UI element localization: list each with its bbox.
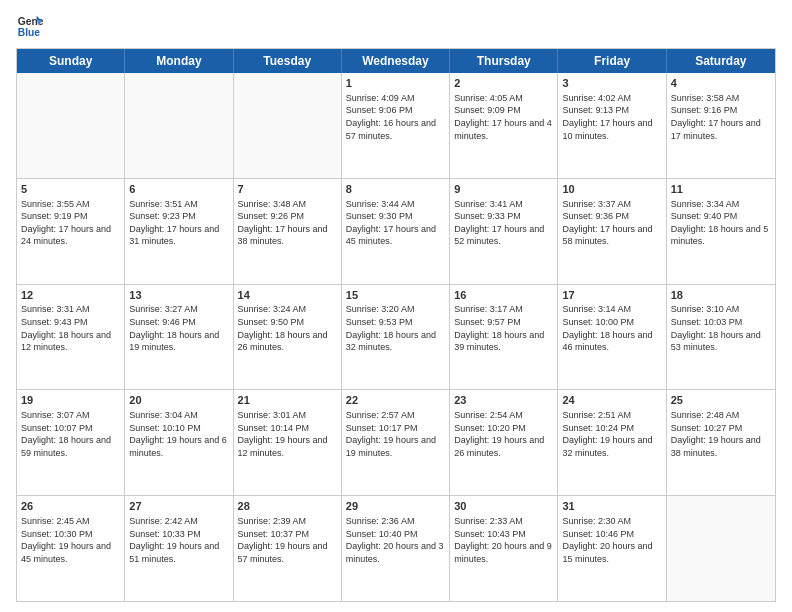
cell-info: Sunrise: 2:57 AMSunset: 10:17 PMDaylight… [346,409,445,459]
calendar-row: 26Sunrise: 2:45 AMSunset: 10:30 PMDaylig… [17,495,775,601]
calendar-cell: 11Sunrise: 3:34 AMSunset: 9:40 PMDayligh… [667,179,775,284]
cell-info: Sunrise: 2:45 AMSunset: 10:30 PMDaylight… [21,515,120,565]
cell-info: Sunrise: 3:48 AMSunset: 9:26 PMDaylight:… [238,198,337,248]
calendar-cell: 3Sunrise: 4:02 AMSunset: 9:13 PMDaylight… [558,73,666,178]
day-number: 10 [562,182,661,197]
calendar-cell: 24Sunrise: 2:51 AMSunset: 10:24 PMDaylig… [558,390,666,495]
calendar-cell [667,496,775,601]
cell-info: Sunrise: 3:58 AMSunset: 9:16 PMDaylight:… [671,92,771,142]
cell-info: Sunrise: 3:44 AMSunset: 9:30 PMDaylight:… [346,198,445,248]
calendar: SundayMondayTuesdayWednesdayThursdayFrid… [16,48,776,602]
cell-info: Sunrise: 3:07 AMSunset: 10:07 PMDaylight… [21,409,120,459]
day-number: 13 [129,288,228,303]
calendar-cell: 17Sunrise: 3:14 AMSunset: 10:00 PMDaylig… [558,285,666,390]
cell-info: Sunrise: 2:54 AMSunset: 10:20 PMDaylight… [454,409,553,459]
day-number: 31 [562,499,661,514]
calendar-cell: 5Sunrise: 3:55 AMSunset: 9:19 PMDaylight… [17,179,125,284]
day-number: 18 [671,288,771,303]
calendar-cell: 15Sunrise: 3:20 AMSunset: 9:53 PMDayligh… [342,285,450,390]
cell-info: Sunrise: 2:39 AMSunset: 10:37 PMDaylight… [238,515,337,565]
calendar-cell: 7Sunrise: 3:48 AMSunset: 9:26 PMDaylight… [234,179,342,284]
calendar-cell: 28Sunrise: 2:39 AMSunset: 10:37 PMDaylig… [234,496,342,601]
cell-info: Sunrise: 3:37 AMSunset: 9:36 PMDaylight:… [562,198,661,248]
calendar-cell: 2Sunrise: 4:05 AMSunset: 9:09 PMDaylight… [450,73,558,178]
calendar-cell: 29Sunrise: 2:36 AMSunset: 10:40 PMDaylig… [342,496,450,601]
calendar-cell: 26Sunrise: 2:45 AMSunset: 10:30 PMDaylig… [17,496,125,601]
calendar-cell: 12Sunrise: 3:31 AMSunset: 9:43 PMDayligh… [17,285,125,390]
cell-info: Sunrise: 3:04 AMSunset: 10:10 PMDaylight… [129,409,228,459]
cell-info: Sunrise: 3:41 AMSunset: 9:33 PMDaylight:… [454,198,553,248]
weekday-header: Friday [558,49,666,73]
cell-info: Sunrise: 2:48 AMSunset: 10:27 PMDaylight… [671,409,771,459]
calendar-cell: 30Sunrise: 2:33 AMSunset: 10:43 PMDaylig… [450,496,558,601]
calendar-cell: 19Sunrise: 3:07 AMSunset: 10:07 PMDaylig… [17,390,125,495]
cell-info: Sunrise: 3:55 AMSunset: 9:19 PMDaylight:… [21,198,120,248]
cell-info: Sunrise: 2:42 AMSunset: 10:33 PMDaylight… [129,515,228,565]
calendar-row: 5Sunrise: 3:55 AMSunset: 9:19 PMDaylight… [17,178,775,284]
cell-info: Sunrise: 3:20 AMSunset: 9:53 PMDaylight:… [346,303,445,353]
day-number: 29 [346,499,445,514]
cell-info: Sunrise: 3:31 AMSunset: 9:43 PMDaylight:… [21,303,120,353]
day-number: 23 [454,393,553,408]
page-header: General Blue [16,12,776,40]
calendar-cell: 6Sunrise: 3:51 AMSunset: 9:23 PMDaylight… [125,179,233,284]
calendar-cell [125,73,233,178]
calendar-cell: 16Sunrise: 3:17 AMSunset: 9:57 PMDayligh… [450,285,558,390]
svg-text:Blue: Blue [18,27,41,38]
weekday-header: Tuesday [234,49,342,73]
cell-info: Sunrise: 3:34 AMSunset: 9:40 PMDaylight:… [671,198,771,248]
calendar-body: 1Sunrise: 4:09 AMSunset: 9:06 PMDaylight… [17,73,775,601]
day-number: 3 [562,76,661,91]
day-number: 19 [21,393,120,408]
calendar-cell: 25Sunrise: 2:48 AMSunset: 10:27 PMDaylig… [667,390,775,495]
calendar-cell: 8Sunrise: 3:44 AMSunset: 9:30 PMDaylight… [342,179,450,284]
day-number: 22 [346,393,445,408]
day-number: 14 [238,288,337,303]
cell-info: Sunrise: 3:01 AMSunset: 10:14 PMDaylight… [238,409,337,459]
day-number: 4 [671,76,771,91]
calendar-cell: 10Sunrise: 3:37 AMSunset: 9:36 PMDayligh… [558,179,666,284]
calendar-cell: 20Sunrise: 3:04 AMSunset: 10:10 PMDaylig… [125,390,233,495]
weekday-header: Sunday [17,49,125,73]
calendar-cell: 1Sunrise: 4:09 AMSunset: 9:06 PMDaylight… [342,73,450,178]
day-number: 28 [238,499,337,514]
cell-info: Sunrise: 2:36 AMSunset: 10:40 PMDaylight… [346,515,445,565]
calendar-cell: 23Sunrise: 2:54 AMSunset: 10:20 PMDaylig… [450,390,558,495]
calendar-row: 19Sunrise: 3:07 AMSunset: 10:07 PMDaylig… [17,389,775,495]
calendar-cell: 31Sunrise: 2:30 AMSunset: 10:46 PMDaylig… [558,496,666,601]
day-number: 17 [562,288,661,303]
cell-info: Sunrise: 3:24 AMSunset: 9:50 PMDaylight:… [238,303,337,353]
logo-icon: General Blue [16,12,44,40]
cell-info: Sunrise: 3:17 AMSunset: 9:57 PMDaylight:… [454,303,553,353]
day-number: 30 [454,499,553,514]
calendar-row: 1Sunrise: 4:09 AMSunset: 9:06 PMDaylight… [17,73,775,178]
weekday-header: Wednesday [342,49,450,73]
calendar-cell: 14Sunrise: 3:24 AMSunset: 9:50 PMDayligh… [234,285,342,390]
cell-info: Sunrise: 3:51 AMSunset: 9:23 PMDaylight:… [129,198,228,248]
cell-info: Sunrise: 2:30 AMSunset: 10:46 PMDaylight… [562,515,661,565]
weekday-header: Monday [125,49,233,73]
day-number: 12 [21,288,120,303]
day-number: 8 [346,182,445,197]
day-number: 9 [454,182,553,197]
day-number: 24 [562,393,661,408]
day-number: 26 [21,499,120,514]
day-number: 11 [671,182,771,197]
day-number: 5 [21,182,120,197]
cell-info: Sunrise: 2:33 AMSunset: 10:43 PMDaylight… [454,515,553,565]
calendar-cell: 21Sunrise: 3:01 AMSunset: 10:14 PMDaylig… [234,390,342,495]
logo: General Blue [16,12,44,40]
calendar-cell: 9Sunrise: 3:41 AMSunset: 9:33 PMDaylight… [450,179,558,284]
calendar-cell: 4Sunrise: 3:58 AMSunset: 9:16 PMDaylight… [667,73,775,178]
day-number: 2 [454,76,553,91]
cell-info: Sunrise: 3:14 AMSunset: 10:00 PMDaylight… [562,303,661,353]
cell-info: Sunrise: 3:10 AMSunset: 10:03 PMDaylight… [671,303,771,353]
cell-info: Sunrise: 3:27 AMSunset: 9:46 PMDaylight:… [129,303,228,353]
day-number: 15 [346,288,445,303]
calendar-cell: 13Sunrise: 3:27 AMSunset: 9:46 PMDayligh… [125,285,233,390]
calendar-cell [17,73,125,178]
day-number: 1 [346,76,445,91]
day-number: 20 [129,393,228,408]
day-number: 7 [238,182,337,197]
calendar-cell: 27Sunrise: 2:42 AMSunset: 10:33 PMDaylig… [125,496,233,601]
